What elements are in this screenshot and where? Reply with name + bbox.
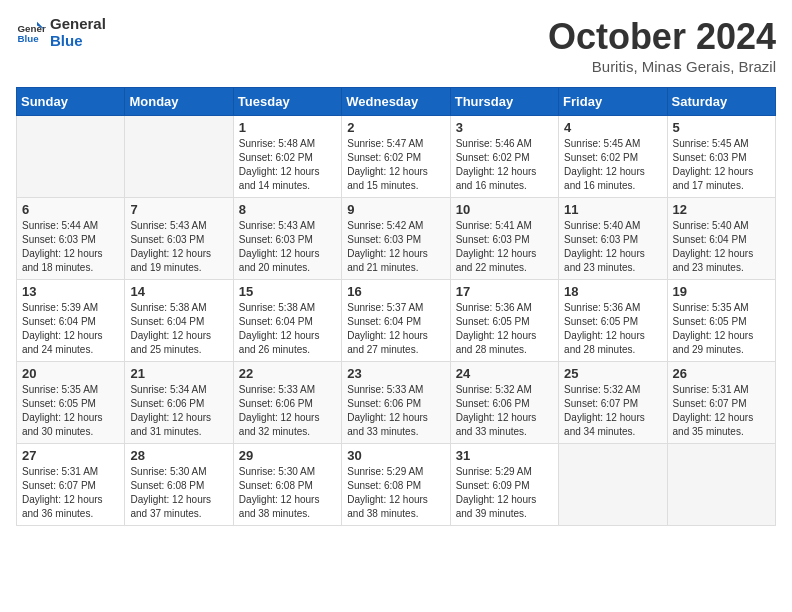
calendar-cell: [559, 444, 667, 526]
calendar-week-row: 13Sunrise: 5:39 AMSunset: 6:04 PMDayligh…: [17, 280, 776, 362]
calendar-cell: 8Sunrise: 5:43 AMSunset: 6:03 PMDaylight…: [233, 198, 341, 280]
cell-sun-info: Sunrise: 5:31 AMSunset: 6:07 PMDaylight:…: [22, 465, 119, 521]
cell-sun-info: Sunrise: 5:36 AMSunset: 6:05 PMDaylight:…: [456, 301, 553, 357]
day-number: 12: [673, 202, 770, 217]
calendar-table: SundayMondayTuesdayWednesdayThursdayFrid…: [16, 87, 776, 526]
logo-icon: General Blue: [16, 18, 46, 48]
calendar-cell: [125, 116, 233, 198]
day-number: 17: [456, 284, 553, 299]
calendar-cell: 3Sunrise: 5:46 AMSunset: 6:02 PMDaylight…: [450, 116, 558, 198]
day-number: 29: [239, 448, 336, 463]
calendar-cell: 28Sunrise: 5:30 AMSunset: 6:08 PMDayligh…: [125, 444, 233, 526]
calendar-cell: 24Sunrise: 5:32 AMSunset: 6:06 PMDayligh…: [450, 362, 558, 444]
calendar-cell: 17Sunrise: 5:36 AMSunset: 6:05 PMDayligh…: [450, 280, 558, 362]
cell-sun-info: Sunrise: 5:40 AMSunset: 6:03 PMDaylight:…: [564, 219, 661, 275]
calendar-cell: 15Sunrise: 5:38 AMSunset: 6:04 PMDayligh…: [233, 280, 341, 362]
day-number: 7: [130, 202, 227, 217]
cell-sun-info: Sunrise: 5:29 AMSunset: 6:09 PMDaylight:…: [456, 465, 553, 521]
location-subtitle: Buritis, Minas Gerais, Brazil: [548, 58, 776, 75]
cell-sun-info: Sunrise: 5:33 AMSunset: 6:06 PMDaylight:…: [239, 383, 336, 439]
day-number: 11: [564, 202, 661, 217]
calendar-cell: 11Sunrise: 5:40 AMSunset: 6:03 PMDayligh…: [559, 198, 667, 280]
day-of-week-header: Tuesday: [233, 88, 341, 116]
calendar-cell: 12Sunrise: 5:40 AMSunset: 6:04 PMDayligh…: [667, 198, 775, 280]
cell-sun-info: Sunrise: 5:41 AMSunset: 6:03 PMDaylight:…: [456, 219, 553, 275]
day-of-week-header: Thursday: [450, 88, 558, 116]
calendar-cell: 14Sunrise: 5:38 AMSunset: 6:04 PMDayligh…: [125, 280, 233, 362]
day-number: 15: [239, 284, 336, 299]
calendar-cell: 13Sunrise: 5:39 AMSunset: 6:04 PMDayligh…: [17, 280, 125, 362]
day-of-week-header: Sunday: [17, 88, 125, 116]
cell-sun-info: Sunrise: 5:44 AMSunset: 6:03 PMDaylight:…: [22, 219, 119, 275]
calendar-cell: 4Sunrise: 5:45 AMSunset: 6:02 PMDaylight…: [559, 116, 667, 198]
calendar-cell: 29Sunrise: 5:30 AMSunset: 6:08 PMDayligh…: [233, 444, 341, 526]
day-number: 26: [673, 366, 770, 381]
calendar-cell: 31Sunrise: 5:29 AMSunset: 6:09 PMDayligh…: [450, 444, 558, 526]
cell-sun-info: Sunrise: 5:30 AMSunset: 6:08 PMDaylight:…: [239, 465, 336, 521]
calendar-week-row: 1Sunrise: 5:48 AMSunset: 6:02 PMDaylight…: [17, 116, 776, 198]
calendar-cell: [17, 116, 125, 198]
calendar-cell: 6Sunrise: 5:44 AMSunset: 6:03 PMDaylight…: [17, 198, 125, 280]
cell-sun-info: Sunrise: 5:29 AMSunset: 6:08 PMDaylight:…: [347, 465, 444, 521]
month-title: October 2024: [548, 16, 776, 58]
cell-sun-info: Sunrise: 5:30 AMSunset: 6:08 PMDaylight:…: [130, 465, 227, 521]
cell-sun-info: Sunrise: 5:42 AMSunset: 6:03 PMDaylight:…: [347, 219, 444, 275]
calendar-cell: 20Sunrise: 5:35 AMSunset: 6:05 PMDayligh…: [17, 362, 125, 444]
day-number: 8: [239, 202, 336, 217]
calendar-cell: 23Sunrise: 5:33 AMSunset: 6:06 PMDayligh…: [342, 362, 450, 444]
cell-sun-info: Sunrise: 5:35 AMSunset: 6:05 PMDaylight:…: [673, 301, 770, 357]
day-number: 9: [347, 202, 444, 217]
calendar-cell: 22Sunrise: 5:33 AMSunset: 6:06 PMDayligh…: [233, 362, 341, 444]
page-header: General Blue General Blue October 2024 B…: [16, 16, 776, 75]
calendar-week-row: 6Sunrise: 5:44 AMSunset: 6:03 PMDaylight…: [17, 198, 776, 280]
day-number: 28: [130, 448, 227, 463]
calendar-cell: [667, 444, 775, 526]
cell-sun-info: Sunrise: 5:48 AMSunset: 6:02 PMDaylight:…: [239, 137, 336, 193]
title-area: October 2024 Buritis, Minas Gerais, Braz…: [548, 16, 776, 75]
calendar-week-row: 27Sunrise: 5:31 AMSunset: 6:07 PMDayligh…: [17, 444, 776, 526]
day-number: 24: [456, 366, 553, 381]
logo: General Blue General Blue: [16, 16, 106, 49]
day-number: 27: [22, 448, 119, 463]
day-number: 18: [564, 284, 661, 299]
day-of-week-header: Friday: [559, 88, 667, 116]
day-number: 1: [239, 120, 336, 135]
day-number: 14: [130, 284, 227, 299]
cell-sun-info: Sunrise: 5:46 AMSunset: 6:02 PMDaylight:…: [456, 137, 553, 193]
day-number: 21: [130, 366, 227, 381]
calendar-cell: 9Sunrise: 5:42 AMSunset: 6:03 PMDaylight…: [342, 198, 450, 280]
day-number: 3: [456, 120, 553, 135]
logo-blue: Blue: [50, 33, 106, 50]
calendar-header-row: SundayMondayTuesdayWednesdayThursdayFrid…: [17, 88, 776, 116]
cell-sun-info: Sunrise: 5:39 AMSunset: 6:04 PMDaylight:…: [22, 301, 119, 357]
cell-sun-info: Sunrise: 5:45 AMSunset: 6:02 PMDaylight:…: [564, 137, 661, 193]
calendar-cell: 5Sunrise: 5:45 AMSunset: 6:03 PMDaylight…: [667, 116, 775, 198]
day-number: 22: [239, 366, 336, 381]
day-number: 20: [22, 366, 119, 381]
cell-sun-info: Sunrise: 5:32 AMSunset: 6:06 PMDaylight:…: [456, 383, 553, 439]
calendar-cell: 18Sunrise: 5:36 AMSunset: 6:05 PMDayligh…: [559, 280, 667, 362]
cell-sun-info: Sunrise: 5:43 AMSunset: 6:03 PMDaylight:…: [239, 219, 336, 275]
cell-sun-info: Sunrise: 5:31 AMSunset: 6:07 PMDaylight:…: [673, 383, 770, 439]
calendar-cell: 27Sunrise: 5:31 AMSunset: 6:07 PMDayligh…: [17, 444, 125, 526]
cell-sun-info: Sunrise: 5:32 AMSunset: 6:07 PMDaylight:…: [564, 383, 661, 439]
calendar-cell: 25Sunrise: 5:32 AMSunset: 6:07 PMDayligh…: [559, 362, 667, 444]
day-number: 5: [673, 120, 770, 135]
cell-sun-info: Sunrise: 5:40 AMSunset: 6:04 PMDaylight:…: [673, 219, 770, 275]
calendar-cell: 21Sunrise: 5:34 AMSunset: 6:06 PMDayligh…: [125, 362, 233, 444]
calendar-cell: 1Sunrise: 5:48 AMSunset: 6:02 PMDaylight…: [233, 116, 341, 198]
calendar-cell: 7Sunrise: 5:43 AMSunset: 6:03 PMDaylight…: [125, 198, 233, 280]
day-number: 16: [347, 284, 444, 299]
cell-sun-info: Sunrise: 5:36 AMSunset: 6:05 PMDaylight:…: [564, 301, 661, 357]
cell-sun-info: Sunrise: 5:38 AMSunset: 6:04 PMDaylight:…: [130, 301, 227, 357]
day-number: 19: [673, 284, 770, 299]
day-number: 2: [347, 120, 444, 135]
day-number: 4: [564, 120, 661, 135]
calendar-cell: 26Sunrise: 5:31 AMSunset: 6:07 PMDayligh…: [667, 362, 775, 444]
cell-sun-info: Sunrise: 5:45 AMSunset: 6:03 PMDaylight:…: [673, 137, 770, 193]
calendar-cell: 2Sunrise: 5:47 AMSunset: 6:02 PMDaylight…: [342, 116, 450, 198]
cell-sun-info: Sunrise: 5:35 AMSunset: 6:05 PMDaylight:…: [22, 383, 119, 439]
day-number: 10: [456, 202, 553, 217]
day-number: 13: [22, 284, 119, 299]
calendar-cell: 16Sunrise: 5:37 AMSunset: 6:04 PMDayligh…: [342, 280, 450, 362]
